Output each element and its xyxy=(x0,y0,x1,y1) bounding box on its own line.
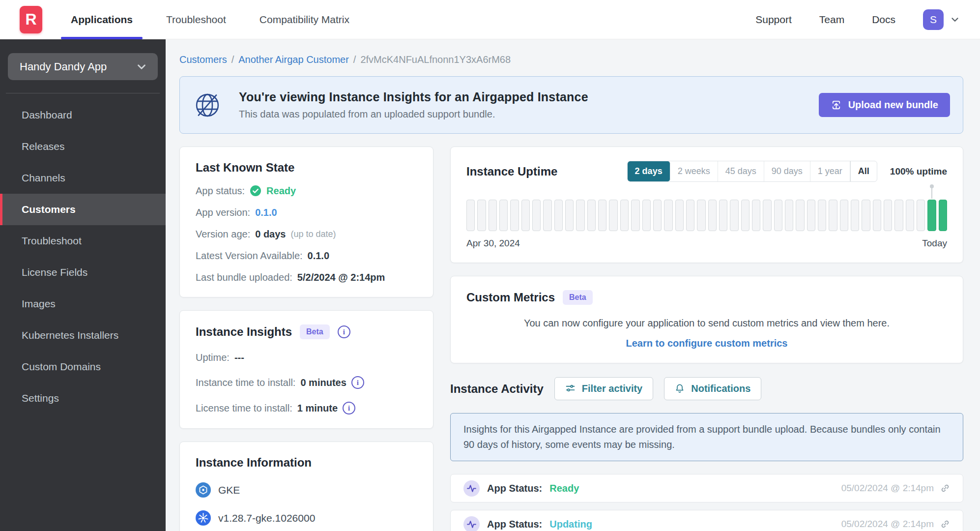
sidebar-item-releases[interactable]: Releases xyxy=(0,131,166,162)
nav-applications[interactable]: Applications xyxy=(71,0,133,39)
uptime-bar[interactable] xyxy=(532,200,541,231)
license-time-to-install-row: License time to install: 1 minute i xyxy=(196,402,417,414)
uptime-bar[interactable] xyxy=(730,200,738,231)
uptime-bar[interactable] xyxy=(906,200,914,231)
uptime-bar[interactable] xyxy=(587,200,596,231)
info-icon[interactable]: i xyxy=(338,325,350,338)
activity-timestamp: 05/02/2024 @ 2:14pm xyxy=(841,483,934,494)
range-2-days[interactable]: 2 days xyxy=(628,161,670,181)
instance-uptime-title: Instance Uptime xyxy=(466,165,557,178)
chart-start-label: Apr 30, 2024 xyxy=(466,238,520,249)
uptime-bar[interactable] xyxy=(664,200,672,231)
uptime-row: Uptime: --- xyxy=(196,352,417,363)
uptime-bar[interactable] xyxy=(763,200,771,231)
uptime-bar[interactable] xyxy=(818,200,826,231)
uptime-range-group: 2 days 2 weeks 45 days 90 days 1 year Al… xyxy=(627,161,877,182)
globe-slash-icon xyxy=(193,90,222,120)
uptime-bar[interactable] xyxy=(796,200,804,231)
last-bundle-label: Last bundle uploaded: xyxy=(196,272,292,283)
permalink-icon[interactable] xyxy=(940,483,950,493)
sidebar-item-kubernetes-installers[interactable]: Kubernetes Installers xyxy=(0,320,166,351)
sidebar-item-settings[interactable]: Settings xyxy=(0,383,166,414)
uptime-bar[interactable] xyxy=(862,200,870,231)
breadcrumb-customers-link[interactable]: Customers xyxy=(179,54,227,65)
uptime-bar[interactable] xyxy=(521,200,530,231)
info-icon[interactable]: i xyxy=(343,402,355,414)
uptime-bar[interactable] xyxy=(752,200,760,231)
nav-troubleshoot[interactable]: Troubleshoot xyxy=(166,0,226,39)
latest-version-label: Latest Version Available: xyxy=(196,250,303,262)
uptime-bar[interactable] xyxy=(576,200,584,231)
sidebar-item-dashboard[interactable]: Dashboard xyxy=(0,99,166,131)
uptime-bar[interactable] xyxy=(840,200,848,231)
sidebar-item-license-fields[interactable]: License Fields xyxy=(0,257,166,288)
chevron-down-icon xyxy=(135,60,148,73)
sidebar-item-channels[interactable]: Channels xyxy=(0,162,166,194)
uptime-bar[interactable] xyxy=(510,200,519,231)
uptime-bar[interactable] xyxy=(917,200,925,231)
uptime-bar[interactable] xyxy=(620,200,629,231)
uptime-bar[interactable] xyxy=(697,200,705,231)
uptime-bar[interactable] xyxy=(598,200,606,231)
activity-row[interactable]: App Status: Ready 05/02/2024 @ 2:14pm xyxy=(450,474,963,502)
uptime-bar[interactable] xyxy=(686,200,694,231)
uptime-bar[interactable] xyxy=(927,200,936,231)
account-menu[interactable]: S xyxy=(923,9,960,30)
uptime-bar[interactable] xyxy=(499,200,508,231)
range-all[interactable]: All xyxy=(850,161,877,181)
notifications-label: Notifications xyxy=(691,383,750,394)
permalink-icon[interactable] xyxy=(940,519,950,529)
uptime-bar[interactable] xyxy=(489,200,497,231)
logo-letter: R xyxy=(25,10,36,29)
uptime-bar[interactable] xyxy=(642,200,651,231)
uptime-bar[interactable] xyxy=(477,200,486,231)
uptime-bar[interactable] xyxy=(609,200,617,231)
sidebar-item-troubleshoot[interactable]: Troubleshoot xyxy=(0,225,166,257)
avatar[interactable]: S xyxy=(923,9,944,30)
configure-custom-metrics-link[interactable]: Learn to configure custom metrics xyxy=(466,338,947,349)
uptime-bar[interactable] xyxy=(785,200,793,231)
range-1-year[interactable]: 1 year xyxy=(810,161,850,181)
uptime-bar[interactable] xyxy=(466,200,475,231)
uptime-bar[interactable] xyxy=(894,200,903,231)
range-45-days[interactable]: 45 days xyxy=(718,161,764,181)
app-selector[interactable]: Handy Dandy App xyxy=(8,53,158,80)
sidebar-item-images[interactable]: Images xyxy=(0,288,166,320)
uptime-bar[interactable] xyxy=(851,200,859,231)
uptime-bar[interactable] xyxy=(829,200,837,231)
nav-compatibility-matrix[interactable]: Compatibility Matrix xyxy=(259,0,349,39)
upload-new-bundle-button[interactable]: Upload new bundle xyxy=(819,93,950,117)
nav-team[interactable]: Team xyxy=(819,14,844,26)
uptime-bar[interactable] xyxy=(565,200,574,231)
filter-activity-button[interactable]: Filter activity xyxy=(554,377,653,400)
breadcrumb-customer-link[interactable]: Another Airgap Customer xyxy=(238,54,349,65)
app-version-link[interactable]: 0.1.0 xyxy=(255,207,277,218)
uptime-bar[interactable] xyxy=(653,200,662,231)
uptime-bar[interactable] xyxy=(631,200,639,231)
breadcrumb-separator: / xyxy=(231,54,234,65)
uptime-bar[interactable] xyxy=(543,200,551,231)
uptime-bar[interactable] xyxy=(554,200,563,231)
uptime-bar[interactable] xyxy=(939,200,947,231)
k8s-version-row: v1.28.7-gke.1026000 xyxy=(196,510,417,526)
uptime-bar[interactable] xyxy=(708,200,717,231)
uptime-bar[interactable] xyxy=(719,200,727,231)
uptime-bar[interactable] xyxy=(675,200,684,231)
sidebar-item-customers[interactable]: Customers xyxy=(0,194,166,225)
uptime-bar[interactable] xyxy=(807,200,815,231)
nav-support[interactable]: Support xyxy=(755,14,792,26)
notifications-button[interactable]: Notifications xyxy=(664,377,761,400)
sidebar-item-custom-domains[interactable]: Custom Domains xyxy=(0,351,166,383)
chevron-down-icon[interactable] xyxy=(950,14,960,25)
uptime-bar[interactable] xyxy=(741,200,749,231)
last-known-state-title: Last Known State xyxy=(196,161,417,175)
uptime-bar[interactable] xyxy=(873,200,881,231)
info-icon[interactable]: i xyxy=(351,376,364,389)
nav-docs[interactable]: Docs xyxy=(872,14,895,26)
activity-row[interactable]: App Status: Updating 05/02/2024 @ 2:14pm xyxy=(450,510,963,531)
uptime-bar[interactable] xyxy=(774,200,782,231)
replicated-logo[interactable]: R xyxy=(20,6,42,33)
range-2-weeks[interactable]: 2 weeks xyxy=(670,161,718,181)
uptime-bar[interactable] xyxy=(884,200,892,231)
range-90-days[interactable]: 90 days xyxy=(764,161,810,181)
